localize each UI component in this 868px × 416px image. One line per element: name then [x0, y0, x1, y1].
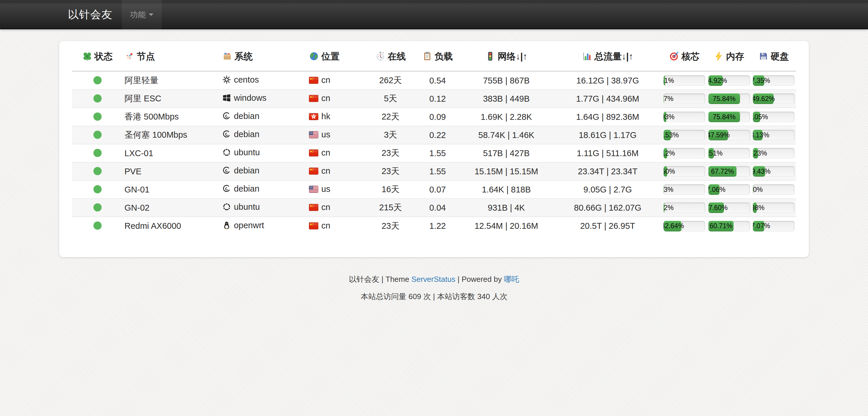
flag-cn-icon — [309, 167, 318, 177]
traffic-value: 9.05G | 2.7G — [554, 180, 662, 199]
ram-progress: 27.06% — [708, 184, 750, 195]
debian-os-icon — [222, 112, 231, 122]
disk-progress: 8.98% — [753, 202, 795, 213]
cpu-progress: 8.12% — [663, 148, 705, 158]
location-code: cn — [321, 166, 330, 176]
uptime-value: 22天 — [365, 108, 416, 126]
column-label: 网络↓|↑ — [498, 51, 527, 61]
cpu-percent: 0.67% — [663, 95, 673, 102]
load-value: 0.22 — [416, 126, 459, 144]
disk-percent: 29.43% — [753, 168, 771, 175]
column-label: 负载 — [435, 51, 453, 61]
disk-progress: 49.62% — [753, 93, 795, 104]
column-label: 系统 — [235, 51, 253, 61]
debian-os-icon — [222, 184, 231, 195]
table-row: 阿里轻量 centos cn 262天 0.54 755B | 867B 16.… — [72, 71, 796, 90]
traffic-value: 1.11G | 511.16M — [554, 144, 662, 162]
windows-os-icon — [222, 93, 231, 104]
cpu-percent: 1.52% — [663, 205, 674, 211]
globe-icon — [309, 51, 319, 64]
rocket-icon — [124, 51, 134, 64]
os-label: centos — [234, 75, 259, 84]
ram-progress: 75.84% — [708, 93, 750, 104]
uptime-value: 23天 — [365, 162, 416, 180]
table-row: GN-01 debian us 16天 0.07 1.64K | 818B 9.… — [72, 180, 796, 199]
column-header-network: 网络↓|↑ — [459, 43, 553, 71]
flag-us-icon — [309, 185, 318, 195]
os-label: debian — [234, 111, 259, 121]
location-code: cn — [321, 221, 330, 230]
traffic-value: 23.34T | 23.34T — [554, 162, 662, 180]
debian-os-icon — [222, 130, 231, 141]
cpu-percent: 8.12% — [663, 150, 675, 157]
ram-progress: 67.72% — [708, 166, 750, 177]
disk-progress: 0.70% — [753, 184, 795, 195]
column-header-status: 状态 — [72, 43, 123, 71]
ram-percent: 37.60% — [708, 205, 728, 211]
column-header-ram: 内存 — [707, 43, 751, 71]
cpu-percent: 3.51% — [663, 77, 674, 84]
network-value: 517B | 427B — [459, 144, 553, 162]
node-name: PVE — [123, 162, 220, 180]
load-value: 1.22 — [416, 217, 459, 235]
openwrt-os-icon — [222, 221, 231, 232]
footer-site-name: 以针会友 — [349, 275, 379, 284]
lightning-icon — [714, 51, 724, 64]
flag-cn-icon — [309, 222, 318, 232]
uptime-value: 262天 — [365, 71, 416, 90]
table-header-row: 状态节点系统位置在线负载网络↓|↑总流量↓|↑核芯内存硬盘 — [72, 43, 796, 71]
footer-sep1: | Theme — [379, 275, 411, 284]
os-label: debian — [234, 184, 259, 194]
column-label: 位置 — [321, 51, 339, 61]
network-value: 931B | 4K — [459, 199, 553, 217]
ram-progress: 75.84% — [708, 112, 750, 122]
footer-credits: 以针会友 | Theme ServerStatus | Powered by 哪… — [0, 274, 868, 285]
disk-percent: 49.62% — [753, 95, 775, 102]
cpu-progress: 1.52% — [663, 202, 705, 213]
status-dot-online — [93, 167, 102, 175]
load-value: 1.55 — [416, 144, 459, 162]
servers-card: 状态节点系统位置在线负载网络↓|↑总流量↓|↑核芯内存硬盘 阿里轻量 cento… — [59, 41, 809, 257]
powered-by-link[interactable]: 哪吒 — [504, 275, 519, 284]
disk-percent: 23.13% — [753, 132, 769, 139]
theme-link[interactable]: ServerStatus — [411, 275, 455, 284]
disk-progress: 17.05% — [753, 112, 795, 122]
ram-percent: 60.71% — [710, 222, 733, 229]
ram-progress: 47.59% — [708, 130, 750, 140]
flag-us-icon — [309, 131, 318, 140]
traffic-light-icon — [485, 51, 495, 64]
flag-hk-icon — [309, 113, 318, 122]
table-row: 阿里 ESC windows cn 5天 0.12 383B | 449B 1.… — [72, 90, 796, 108]
target-icon — [669, 51, 679, 64]
column-header-location: 位置 — [307, 43, 365, 71]
servers-table: 状态节点系统位置在线负载网络↓|↑总流量↓|↑核芯内存硬盘 阿里轻量 cento… — [72, 43, 796, 235]
node-name: 阿里 ESC — [123, 90, 220, 108]
uptime-value: 16天 — [365, 180, 416, 199]
bar-chart-icon — [582, 51, 592, 64]
uptime-value: 3天 — [365, 126, 416, 144]
brand-link[interactable]: 以针会友 — [68, 0, 122, 29]
disk-progress: 12.23% — [753, 148, 795, 158]
cpu-progress: 0.73% — [663, 184, 705, 195]
uptime-value: 215天 — [365, 199, 416, 217]
ram-percent: 34.92% — [708, 77, 727, 84]
os-label: windows — [234, 93, 267, 102]
status-dot-online — [93, 185, 102, 194]
table-row: PVE debian cn 23天 1.55 15.15M | 15.15M 2… — [72, 162, 796, 180]
uptime-value: 23天 — [365, 217, 416, 235]
status-dot-online — [93, 221, 102, 230]
network-value: 15.15M | 15.15M — [459, 162, 553, 180]
footer-sep2: | Powered by — [455, 275, 504, 284]
floppy-icon — [758, 51, 769, 64]
menu-dropdown[interactable]: 功能 — [122, 0, 162, 29]
uptime-value: 23天 — [365, 144, 416, 162]
cpu-percent: 8.50% — [663, 168, 675, 175]
node-name: 香港 500Mbps — [123, 108, 220, 126]
centos-os-icon — [222, 75, 231, 86]
ubuntu-os-icon — [222, 148, 231, 159]
clipboard-icon — [422, 51, 432, 64]
cpu-progress: 0.67% — [663, 93, 705, 104]
ram-percent: 75.84% — [713, 114, 736, 120]
os-label: debian — [234, 129, 259, 139]
location-code: us — [321, 184, 330, 194]
